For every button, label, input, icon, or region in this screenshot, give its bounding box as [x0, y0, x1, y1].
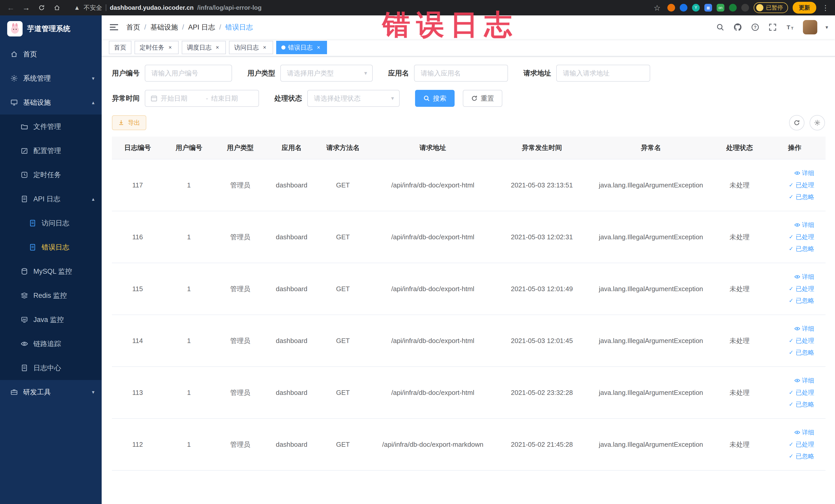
breadcrumb-api-logs[interactable]: API 日志 [188, 23, 215, 32]
mark-processed-link[interactable]: ✓ 已处理 [766, 439, 814, 450]
breadcrumb-home[interactable]: 首页 [126, 23, 140, 32]
mark-ignored-link[interactable]: ✓ 已忽略 [766, 295, 814, 307]
url-path: /infra/log/api-error-log [197, 4, 262, 11]
sidebar-item-api-logs[interactable]: API 日志 ▴ [0, 187, 102, 211]
tag-label: 定时任务 [140, 43, 164, 52]
extension-icon-1[interactable] [667, 4, 675, 12]
extension-icon-2[interactable] [680, 4, 687, 12]
mark-processed-link[interactable]: ✓ 已处理 [766, 387, 814, 399]
fullscreen-icon[interactable] [768, 23, 777, 32]
detail-link[interactable]: 详细 [766, 167, 814, 179]
extension-icon-6[interactable] [729, 4, 737, 12]
status-select[interactable]: 请选择处理状态 ▾ [307, 90, 400, 107]
extension-icon-7[interactable] [741, 4, 749, 12]
help-icon[interactable]: ? [751, 23, 760, 32]
sidebar-item-label: Redis 监控 [33, 291, 67, 300]
app-name-input[interactable] [414, 65, 508, 82]
sidebar-item-infrastructure[interactable]: 基础设施 ▴ [0, 90, 102, 115]
kebab-menu-icon[interactable]: ⋮ [821, 4, 830, 12]
detail-link[interactable]: 详细 [766, 375, 814, 387]
column-settings-button[interactable] [810, 115, 825, 130]
mark-ignored-link[interactable]: ✓ 已忽略 [766, 450, 814, 462]
export-button[interactable]: 导出 [112, 115, 146, 130]
tag-scheduled-tasks[interactable]: 定时任务 × [135, 41, 179, 54]
hamburger-icon[interactable] [109, 22, 119, 32]
mark-ignored-link[interactable]: ✓ 已忽略 [766, 347, 814, 359]
mark-ignored-link[interactable]: ✓ 已忽略 [766, 191, 814, 203]
detail-link-label: 详细 [802, 271, 814, 283]
request-url-input[interactable] [556, 65, 650, 82]
update-button[interactable]: 更新 [793, 2, 816, 14]
mark-ignored-link[interactable]: ✓ 已忽略 [766, 399, 814, 410]
close-icon[interactable]: × [315, 44, 322, 51]
sidebar-item-config-management[interactable]: 配置管理 [0, 139, 102, 163]
github-icon[interactable] [733, 23, 742, 32]
sidebar-item-link-tracing[interactable]: 链路追踪 [0, 332, 102, 356]
cell-exception-name: java.lang.IllegalArgumentException [587, 263, 715, 315]
forward-icon[interactable]: → [21, 2, 32, 13]
detail-link[interactable]: 详细 [766, 271, 814, 283]
reset-button[interactable]: 重置 [463, 90, 502, 107]
close-icon[interactable]: × [214, 44, 221, 51]
sidebar-item-dev-tools[interactable]: 研发工具 ▾ [0, 380, 102, 404]
sidebar-item-label: API 日志 [33, 194, 60, 204]
mark-processed-link[interactable]: ✓ 已处理 [766, 179, 814, 191]
eye-icon [794, 170, 800, 176]
search-icon[interactable] [716, 23, 725, 32]
mark-processed-link[interactable]: ✓ 已处理 [766, 335, 814, 347]
address-bar[interactable]: ▲ 不安全 dashboard.yudao.iocoder.cn/infra/l… [67, 4, 647, 12]
table-row: 114 1 管理员 dashboard GET /api/infra/db-do… [112, 315, 826, 367]
sidebar-item-label: 链路追踪 [33, 339, 61, 348]
sidebar-item-label: 系统管理 [23, 74, 51, 83]
start-date-input[interactable] [161, 95, 203, 102]
sidebar-item-log-center[interactable]: 日志中心 [0, 356, 102, 380]
chevron-down-icon[interactable]: ▾ [826, 24, 828, 30]
sidebar-item-java-monitor[interactable]: Java 监控 [0, 308, 102, 332]
sidebar-item-file-management[interactable]: 文件管理 [0, 115, 102, 139]
paused-badge[interactable]: 已暂停 [754, 2, 788, 13]
mark-processed-link[interactable]: ✓ 已处理 [766, 283, 814, 295]
sidebar-item-redis-monitor[interactable]: Redis 监控 [0, 283, 102, 308]
mark-ignored-label: 已忽略 [796, 347, 814, 359]
font-size-icon[interactable]: TT [786, 23, 795, 32]
active-dot [281, 45, 285, 49]
sidebar-item-system-management[interactable]: 系统管理 ▾ [0, 66, 102, 90]
tag-error-logs[interactable]: 错误日志 × [276, 41, 327, 54]
cell-method: GET [317, 211, 369, 263]
reload-icon[interactable] [36, 2, 47, 13]
chrome-right-tools: ☆ Y ▦ on 已暂停 更新 ⋮ [651, 2, 830, 14]
breadcrumb-infrastructure[interactable]: 基础设施 [150, 23, 178, 32]
sidebar-item-error-logs[interactable]: 错误日志 [0, 235, 102, 259]
tag-access-logs[interactable]: 访问日志 × [229, 41, 273, 54]
extension-icon-5[interactable]: on [717, 4, 725, 12]
tag-home[interactable]: 首页 [109, 41, 131, 54]
close-icon[interactable]: × [261, 44, 268, 51]
sidebar-item-mysql-monitor[interactable]: MySQL 监控 [0, 259, 102, 283]
sidebar-item-scheduled-tasks[interactable]: 定时任务 [0, 163, 102, 187]
browser-chrome: ← → ▲ 不安全 dashboard.yudao.iocoder.cn/inf… [0, 0, 835, 15]
end-date-input[interactable] [211, 95, 253, 102]
avatar[interactable] [803, 20, 817, 35]
exception-time-range-picker[interactable]: - [145, 90, 259, 107]
mark-processed-link[interactable]: ✓ 已处理 [766, 231, 814, 243]
detail-link[interactable]: 详细 [766, 219, 814, 231]
back-icon[interactable]: ← [5, 2, 16, 13]
user-type-select[interactable]: 请选择用户类型 ▾ [280, 65, 373, 82]
detail-link[interactable]: 详细 [766, 426, 814, 439]
user-id-input[interactable] [145, 65, 232, 82]
tag-dispatch-logs[interactable]: 调度日志 × [182, 41, 226, 54]
sidebar-item-home[interactable]: 首页 [0, 42, 102, 66]
refresh-table-button[interactable] [789, 115, 805, 130]
mark-ignored-link[interactable]: ✓ 已忽略 [766, 243, 814, 255]
detail-link[interactable]: 详细 [766, 323, 814, 335]
home-icon[interactable] [51, 2, 63, 13]
bookmark-star-icon[interactable]: ☆ [651, 2, 663, 13]
extension-icon-4[interactable]: ▦ [704, 4, 712, 12]
sidebar-item-access-logs[interactable]: 访问日志 [0, 211, 102, 235]
app-logo[interactable]: 芋道管理系统 [0, 15, 102, 42]
search-button[interactable]: 搜索 [415, 90, 454, 107]
close-icon[interactable]: × [167, 44, 174, 51]
cell-actions: 详细 ✓ 已处理 ✓ 已忽略 [764, 211, 826, 263]
extension-icon-3[interactable]: Y [692, 4, 700, 12]
cell-app-name: dashboard [266, 315, 317, 367]
